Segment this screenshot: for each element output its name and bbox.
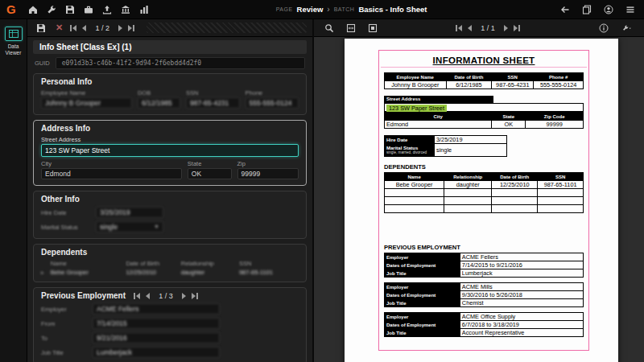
briefcase-icon[interactable] [81, 2, 97, 17]
doc-value-cell: ACME Mills [460, 283, 583, 291]
doc-value-cell: Chemist [460, 299, 583, 307]
batch-value[interactable]: Basics - Info Sheet [358, 5, 427, 14]
city-field[interactable]: Edmond [41, 168, 182, 179]
dob-field[interactable]: 6/12/1985 [138, 97, 180, 109]
job-title-label: Job Title [41, 349, 88, 356]
doc-value-cell: ACME Fellers [460, 253, 583, 261]
doc-header-cell: Dates of Employment [385, 321, 460, 329]
info-icon[interactable] [596, 21, 611, 35]
doc-dependents-title: DEPENDENTS [384, 163, 584, 171]
viewer-settings-icon[interactable] [617, 21, 637, 35]
doc-header-cell: Employee Name [385, 73, 447, 81]
menu-icon[interactable] [622, 2, 638, 17]
first-record-button[interactable] [70, 25, 76, 31]
sidebar-item-data-viewer[interactable]: Data Viewer [2, 27, 26, 57]
dependents-row[interactable]: ▸ Bebe Grooper 12/25/2010 daughter 987-6… [41, 269, 299, 276]
doc-value-cell: Edmond [385, 121, 492, 129]
app-root: G PAGE Review › BATCH Basics - Info Shee… [0, 0, 644, 362]
page-pager-value: 1 / 1 [477, 24, 498, 32]
bank-icon[interactable] [118, 2, 134, 17]
to-field[interactable]: 9/21/2016 [93, 332, 220, 343]
phone-field[interactable]: 555-555-0124 [246, 97, 299, 109]
page-label: PAGE [276, 6, 293, 12]
save-icon[interactable] [63, 2, 78, 17]
viewer-toolbar: 1 / 1 [314, 19, 644, 37]
fit-width-icon[interactable] [343, 21, 358, 35]
hire-date-field[interactable]: 3/25/2019 [96, 207, 163, 218]
dob-label: DOB [138, 89, 180, 97]
dep-name-header: Name [51, 260, 123, 267]
prev-page-button[interactable] [468, 25, 472, 31]
doc-header-cell: Relationship [444, 173, 492, 181]
row-expand-icon[interactable]: ▸ [41, 269, 47, 276]
document-page[interactable]: INFORMATION SHEET Employee Name Date of … [345, 39, 618, 362]
from-field[interactable]: 7/14/2015 [93, 318, 220, 329]
doc-value-cell: 9/30/2016 to 5/26/2018 [460, 291, 583, 299]
breadcrumb: PAGE Review › BATCH Basics - Info Sheet [276, 5, 427, 14]
doc-value-cell: Account Representative [460, 329, 583, 337]
page-pager: 1 / 1 [456, 24, 520, 32]
job-title-field[interactable]: Lumberjack [93, 347, 220, 358]
page-value[interactable]: Review [297, 5, 324, 14]
employment-prev-button[interactable] [146, 293, 150, 299]
employer-field[interactable]: ACME Fellers [93, 303, 220, 315]
doc-employment-block: Employer ACME Office Supply Dates of Emp… [384, 312, 584, 337]
state-field[interactable]: OK [188, 168, 232, 179]
ssn-label: SSN [186, 89, 239, 97]
doc-empty-row [385, 189, 584, 197]
toolbar-hatch-area [147, 23, 307, 33]
save-record-icon[interactable] [33, 21, 48, 35]
viewer-canvas[interactable]: INFORMATION SHEET Employee Name Date of … [314, 37, 644, 362]
guid-label: GUID [35, 60, 50, 67]
chevron-down-icon: ▼ [154, 222, 159, 232]
section-other-info: Other Info Hire Date 3/25/2019 Marital S… [33, 191, 307, 239]
copy-pages-icon[interactable] [579, 2, 594, 17]
section-dependents: Dependents Name Date of Birth Relationsh… [33, 244, 307, 282]
zoom-icon[interactable] [321, 21, 336, 35]
employment-next-button[interactable] [182, 293, 186, 299]
city-label: City [41, 160, 182, 167]
account-icon[interactable] [601, 2, 616, 17]
batch-label: BATCH [334, 6, 355, 12]
home-icon[interactable] [26, 2, 41, 17]
dep-relationship-header: Relationship [181, 260, 236, 267]
doc-street-address-value: 123 SW Paper Street [384, 103, 584, 112]
doc-value-cell: ACME Office Supply [460, 313, 583, 321]
prev-record-button[interactable] [82, 25, 86, 31]
chart-icon[interactable] [137, 2, 152, 17]
fit-page-icon[interactable] [365, 21, 380, 35]
doc-header-cell: Dates of Employment [385, 291, 460, 299]
doc-value-cell: 987-65-4231 [492, 81, 534, 89]
topbar-right-actions [557, 2, 638, 17]
next-page-button[interactable] [504, 25, 508, 31]
street-address-field[interactable]: 123 SW Paper Street [41, 144, 299, 157]
document-viewer-panel: 1 / 1 INFORMATION SHEET [314, 19, 644, 362]
ssn-field[interactable]: 987-65-4231 [186, 97, 239, 109]
doc-value-cell: 99999 [526, 121, 584, 129]
employment-first-button[interactable] [134, 293, 140, 299]
next-record-button[interactable] [118, 25, 122, 31]
doc-header-cell: Phone # [534, 73, 584, 81]
form-content: Info Sheet [Class Ex] (1) GUID e091d3b3-… [27, 37, 312, 362]
marital-status-dropdown[interactable]: single ▼ [96, 221, 163, 232]
upload-icon[interactable] [100, 2, 115, 17]
delete-record-icon[interactable]: ✕ [56, 23, 63, 32]
tools-icon[interactable] [44, 2, 60, 17]
employee-name-label: Employee Name [41, 89, 132, 97]
doc-header-cell: Job Title [385, 269, 460, 278]
employment-last-button[interactable] [192, 293, 198, 299]
doc-value-cell: Johnny B Grooper [385, 81, 447, 89]
zip-field[interactable]: 99999 [237, 168, 299, 179]
last-page-button[interactable] [514, 25, 520, 31]
doc-value-cell: 3/25/2019 [435, 136, 507, 144]
doc-value-cell: 6/12/1985 [446, 81, 492, 89]
back-arrow-icon[interactable] [557, 2, 572, 17]
doc-header-cell: Date of Birth [492, 173, 538, 181]
first-page-button[interactable] [456, 25, 462, 31]
last-record-button[interactable] [128, 25, 134, 31]
guid-value: e091d3b3-c46b-41f2-9d94-2f6ebdd4d2f0 [56, 57, 305, 69]
doc-header-cell: State [492, 113, 526, 121]
doc-header-cell: Dates of Employment [385, 261, 460, 269]
employee-name-field[interactable]: Johnny B Grooper [41, 97, 132, 109]
main-area: Data Viewer ✕ 1 / 2 Info Shee [0, 19, 644, 362]
